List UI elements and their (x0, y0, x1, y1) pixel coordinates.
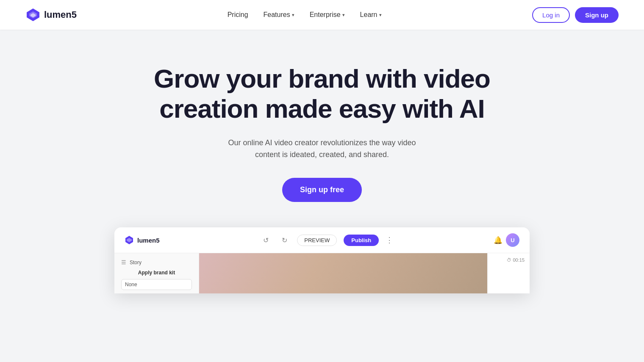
time-label: ⏱ 00:15 (507, 257, 525, 263)
notification-icon[interactable]: 🔔 (494, 236, 502, 245)
features-chevron-icon: ▾ (292, 12, 294, 18)
brand-kit-select[interactable]: None (121, 279, 192, 290)
nav-enterprise[interactable]: Enterprise ▾ (310, 11, 345, 19)
nav-actions: Log in Sign up (532, 7, 619, 23)
logo-link[interactable]: lumen5 (25, 7, 77, 22)
nav-links: Pricing Features ▾ Enterprise ▾ Learn ▾ (228, 11, 382, 19)
hero-title: Grow your brand with video creation made… (154, 64, 490, 124)
canvas-image (199, 253, 487, 293)
sidebar-story-item: ☰ Story (121, 259, 192, 265)
story-icon: ☰ (121, 259, 126, 265)
brand-kit-label: Apply brand kit (121, 270, 192, 276)
nav-features[interactable]: Features ▾ (264, 11, 294, 19)
app-sidebar: ☰ Story Apply brand kit None (114, 253, 199, 293)
learn-chevron-icon: ▾ (379, 12, 382, 18)
lumen5-logo-icon (25, 7, 41, 22)
app-preview-container: lumen5 ↺ ↻ PREVIEW Publish ⋮ 🔔 U (114, 227, 530, 293)
more-options-icon[interactable]: ⋮ (386, 235, 393, 245)
undo-button[interactable]: ↺ (260, 234, 272, 246)
app-body: ☰ Story Apply brand kit None ⏱ 00:15 (114, 253, 530, 293)
app-toolbar-center: ↺ ↻ PREVIEW Publish ⋮ (260, 234, 393, 246)
nav-learn[interactable]: Learn ▾ (360, 11, 382, 19)
hero-cta-button[interactable]: Sign up free (282, 178, 362, 202)
user-avatar[interactable]: U (506, 233, 519, 247)
app-logo-area: lumen5 (125, 235, 160, 245)
hero-subtitle: Our online AI video creator revolutioniz… (216, 137, 428, 161)
hero-section: Grow your brand with video creation made… (0, 30, 644, 293)
app-window: lumen5 ↺ ↻ PREVIEW Publish ⋮ 🔔 U (114, 227, 530, 293)
preview-button[interactable]: PREVIEW (297, 235, 337, 246)
enterprise-chevron-icon: ▾ (342, 12, 345, 18)
login-button[interactable]: Log in (532, 7, 570, 23)
navbar: lumen5 Pricing Features ▾ Enterprise ▾ L… (0, 0, 644, 30)
app-lumen5-logo-icon (125, 235, 134, 245)
logo-text: lumen5 (44, 9, 77, 20)
story-label: Story (130, 260, 142, 265)
app-logo-text: lumen5 (137, 237, 160, 244)
video-canvas (199, 253, 487, 293)
redo-button[interactable]: ↻ (278, 234, 290, 246)
app-toolbar: lumen5 ↺ ↻ PREVIEW Publish ⋮ 🔔 U (114, 227, 530, 253)
nav-pricing[interactable]: Pricing (228, 11, 248, 19)
publish-button[interactable]: Publish (344, 235, 379, 246)
app-right-panel: ⏱ 00:15 (487, 253, 530, 293)
toolbar-avatar-area: 🔔 U (494, 233, 519, 247)
signup-button[interactable]: Sign up (575, 7, 619, 23)
